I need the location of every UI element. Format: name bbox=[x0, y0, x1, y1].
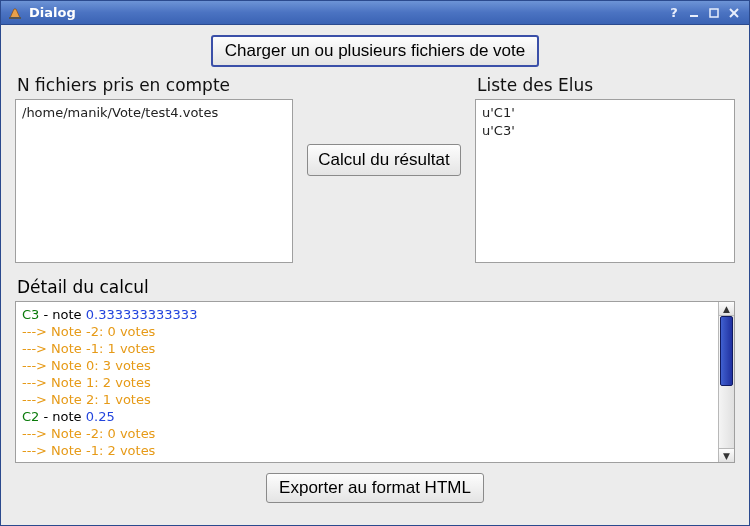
scroll-down-arrow[interactable]: ▼ bbox=[719, 448, 734, 462]
detail-line: ---> Note -2: 0 votes bbox=[22, 425, 712, 442]
elected-listbox[interactable]: u'C1'u'C3' bbox=[475, 99, 735, 263]
detail-line: ---> Note -1: 1 votes bbox=[22, 340, 712, 357]
detail-line: ---> Note -1: 2 votes bbox=[22, 442, 712, 459]
files-listbox[interactable]: /home/manik/Vote/test4.votes bbox=[15, 99, 293, 263]
detail-line: ---> Note 0: 3 votes bbox=[22, 357, 712, 374]
svg-rect-2 bbox=[710, 9, 718, 17]
files-label: N fichiers pris en compte bbox=[17, 75, 293, 95]
detail-scrollbar[interactable]: ▲ ▼ bbox=[718, 302, 734, 462]
window: Dialog ? Charger un ou plusieurs fichier… bbox=[0, 0, 750, 526]
svg-rect-0 bbox=[9, 17, 21, 19]
close-button[interactable] bbox=[725, 4, 743, 22]
list-item[interactable]: u'C3' bbox=[482, 122, 728, 140]
minimize-button[interactable] bbox=[685, 4, 703, 22]
export-html-button[interactable]: Exporter au format HTML bbox=[266, 473, 484, 503]
detail-panel: C3 - note 0.333333333333---> Note -2: 0 … bbox=[15, 301, 735, 463]
scroll-thumb[interactable] bbox=[720, 316, 733, 386]
scroll-up-arrow[interactable]: ▲ bbox=[719, 302, 734, 316]
load-files-button[interactable]: Charger un ou plusieurs fichiers de vote bbox=[211, 35, 540, 67]
detail-label: Détail du calcul bbox=[17, 277, 735, 297]
client-area: Charger un ou plusieurs fichiers de vote… bbox=[1, 25, 749, 525]
list-item[interactable]: u'C1' bbox=[482, 104, 728, 122]
list-item[interactable]: /home/manik/Vote/test4.votes bbox=[22, 104, 286, 122]
detail-line: C2 - note 0.25 bbox=[22, 408, 712, 425]
detail-line: ---> Note 2: 1 votes bbox=[22, 391, 712, 408]
app-icon bbox=[7, 5, 23, 21]
window-title: Dialog bbox=[29, 5, 76, 20]
maximize-button[interactable] bbox=[705, 4, 723, 22]
calc-result-button[interactable]: Calcul du résultat bbox=[307, 144, 460, 176]
detail-textarea[interactable]: C3 - note 0.333333333333---> Note -2: 0 … bbox=[16, 302, 718, 462]
detail-line: ---> Note -2: 0 votes bbox=[22, 323, 712, 340]
elected-label: Liste des Elus bbox=[477, 75, 735, 95]
titlebar: Dialog ? bbox=[1, 1, 749, 25]
help-button[interactable]: ? bbox=[665, 4, 683, 22]
detail-line: ---> Note 1: 2 votes bbox=[22, 374, 712, 391]
detail-line: C3 - note 0.333333333333 bbox=[22, 306, 712, 323]
